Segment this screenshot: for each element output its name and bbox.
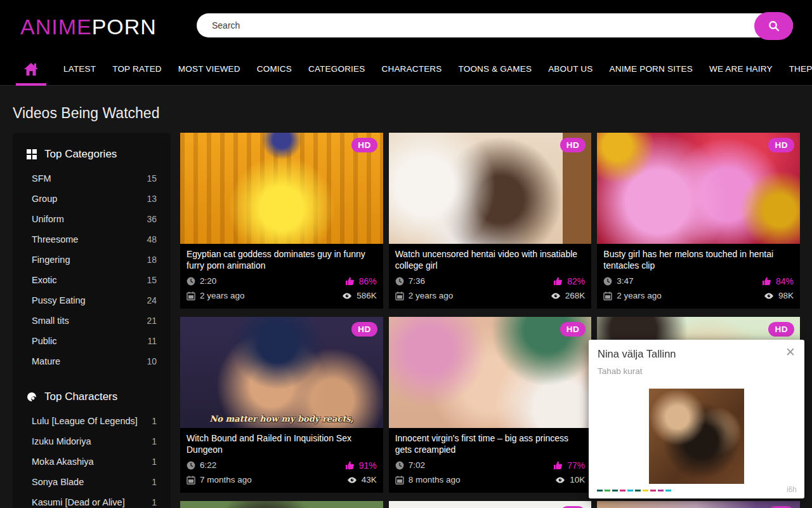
video-views: 98K xyxy=(778,291,794,300)
close-icon[interactable]: ✕ xyxy=(783,344,798,361)
search-icon xyxy=(768,20,780,32)
hd-badge: HD xyxy=(560,322,586,337)
video-card[interactable] xyxy=(180,501,383,508)
video-rating: 86% xyxy=(359,276,377,286)
video-duration: 2:20 xyxy=(200,276,216,286)
video-thumbnail[interactable]: HD xyxy=(389,317,592,428)
calendar-icon xyxy=(187,291,195,300)
category-item[interactable]: Uniform36 xyxy=(32,209,157,229)
popup-subtitle: Tahab kurat xyxy=(598,366,643,376)
video-thumbnail[interactable]: HD xyxy=(389,501,592,508)
category-item[interactable]: Pussy Eating24 xyxy=(32,290,157,311)
characters-list: Lulu [League Of Legends]1 Izuku Midoriya… xyxy=(25,411,158,508)
video-duration: 3:47 xyxy=(617,276,633,286)
nav-item-we-are-hairy[interactable]: WE ARE HAIRY xyxy=(709,64,773,74)
video-thumbnail[interactable]: HD xyxy=(180,133,383,244)
thumbs-up-icon xyxy=(345,277,355,286)
eye-icon xyxy=(764,292,774,300)
grid-icon xyxy=(27,149,37,159)
video-card[interactable]: HD xyxy=(597,501,800,508)
video-thumbnail[interactable]: HD xyxy=(597,133,800,244)
category-item[interactable]: Exotic15 xyxy=(32,270,157,290)
category-item[interactable]: Fingering18 xyxy=(32,250,157,270)
top-categories-header: Top Categories xyxy=(27,148,158,161)
nav-item-anime-porn-sites[interactable]: ANIME PORN SITES xyxy=(610,64,693,74)
nav-item-categories[interactable]: CATEGORIES xyxy=(308,64,365,74)
popup-photo[interactable] xyxy=(649,389,744,484)
character-item[interactable]: Kasumi [Dead or Alive]1 xyxy=(32,492,157,508)
calendar-icon xyxy=(395,291,404,300)
thumbs-up-icon xyxy=(553,277,563,286)
video-rating: 77% xyxy=(567,460,585,471)
character-item[interactable]: Izuku Midoriya1 xyxy=(32,431,157,451)
category-item[interactable]: Group13 xyxy=(32,189,157,209)
logo-part-anime: ANIME xyxy=(20,14,92,38)
video-card[interactable]: HD No matter how my body reacts, Witch B… xyxy=(180,317,383,493)
calendar-icon xyxy=(603,291,612,300)
character-item[interactable]: Moka Akashiya1 xyxy=(32,451,157,472)
category-item[interactable]: SFM15 xyxy=(32,168,157,189)
clock-icon xyxy=(187,461,195,470)
video-age: 2 years ago xyxy=(200,291,245,300)
nav-item-theporndude[interactable]: THEPORNDUDE xyxy=(789,64,812,74)
search-input[interactable] xyxy=(197,13,793,37)
video-title[interactable]: Innocent virgin's first time – big ass p… xyxy=(395,432,586,455)
video-title[interactable]: Busty girl has her melons touched in hen… xyxy=(603,248,794,271)
video-duration: 7:36 xyxy=(409,276,425,286)
video-duration: 6:22 xyxy=(200,460,216,470)
search-button[interactable] xyxy=(754,12,793,40)
nav-item-latest[interactable]: LATEST xyxy=(63,64,96,74)
video-card[interactable]: HD Egyptian cat goddess dominates guy in… xyxy=(180,133,383,309)
character-item[interactable]: Sonya Blade1 xyxy=(32,472,157,492)
thumbnail-subtitle-text: No matter how my body reacts, xyxy=(180,414,383,424)
site-logo[interactable]: ANIMEPORN xyxy=(20,14,157,39)
notification-popup[interactable]: Nina välja Tallinn ✕ Tahab kurat i6h xyxy=(589,340,804,498)
thumbs-up-icon xyxy=(762,277,771,286)
video-thumbnail[interactable]: HD xyxy=(389,133,592,244)
calendar-icon xyxy=(395,476,404,485)
eye-icon xyxy=(342,292,352,300)
video-card[interactable]: HD Watch uncensored hentai video with in… xyxy=(389,133,592,309)
nav-item-characters[interactable]: CHARACTERS xyxy=(381,64,442,74)
category-item[interactable]: Small tits21 xyxy=(32,311,157,331)
hd-badge: HD xyxy=(351,138,377,152)
video-card[interactable]: HD Busty girl has her melons touched in … xyxy=(597,133,800,309)
sidebar: Top Categories SFM15 Group13 Uniform36 T… xyxy=(13,133,171,508)
video-views: 586K xyxy=(357,291,377,300)
video-thumbnail[interactable] xyxy=(180,501,383,508)
video-card[interactable]: HD xyxy=(389,501,592,508)
nav-item-top-rated[interactable]: TOP RATED xyxy=(112,64,162,74)
clock-icon xyxy=(395,277,404,286)
eye-icon xyxy=(347,476,357,484)
clock-icon xyxy=(603,277,612,286)
video-age: 8 months ago xyxy=(409,475,461,485)
nav-active-indicator xyxy=(16,83,46,86)
video-thumbnail[interactable]: HD xyxy=(597,501,800,508)
categories-list: SFM15 Group13 Uniform36 Threesome48 Fing… xyxy=(25,168,158,371)
video-title[interactable]: Watch uncensored hentai video with insat… xyxy=(395,248,586,271)
character-item[interactable]: Lulu [League Of Legends]1 xyxy=(32,411,157,431)
video-age: 7 months ago xyxy=(200,475,252,485)
nav-item-comics[interactable]: COMICS xyxy=(257,64,292,74)
hd-badge: HD xyxy=(560,138,586,152)
video-views: 10K xyxy=(570,475,585,485)
video-title[interactable]: Egyptian cat goddess dominates guy in fu… xyxy=(187,248,377,271)
category-item[interactable]: Threesome48 xyxy=(32,229,157,250)
hd-badge: HD xyxy=(351,322,377,337)
video-thumbnail[interactable]: HD No matter how my body reacts, xyxy=(180,317,383,428)
category-item[interactable]: Public11 xyxy=(32,331,157,351)
nav-item-toons-games[interactable]: TOONS & GAMES xyxy=(459,64,532,74)
popup-title: Nina välja Tallinn xyxy=(598,348,676,360)
thumbs-up-icon xyxy=(553,461,563,470)
nav-home[interactable] xyxy=(15,53,47,86)
video-rating: 84% xyxy=(776,276,794,286)
eye-icon xyxy=(555,476,565,484)
calendar-icon xyxy=(187,476,195,485)
video-card[interactable]: HD Innocent virgin's first time – big as… xyxy=(389,317,592,493)
category-item[interactable]: Mature10 xyxy=(32,351,157,371)
nav-item-about-us[interactable]: ABOUT US xyxy=(548,64,593,74)
video-title[interactable]: Witch Bound and Railed in Inquisition Se… xyxy=(187,432,377,455)
nav-item-most-viewed[interactable]: MOST VIEWED xyxy=(178,64,240,74)
eye-icon xyxy=(551,292,561,300)
search-bar xyxy=(197,13,793,39)
